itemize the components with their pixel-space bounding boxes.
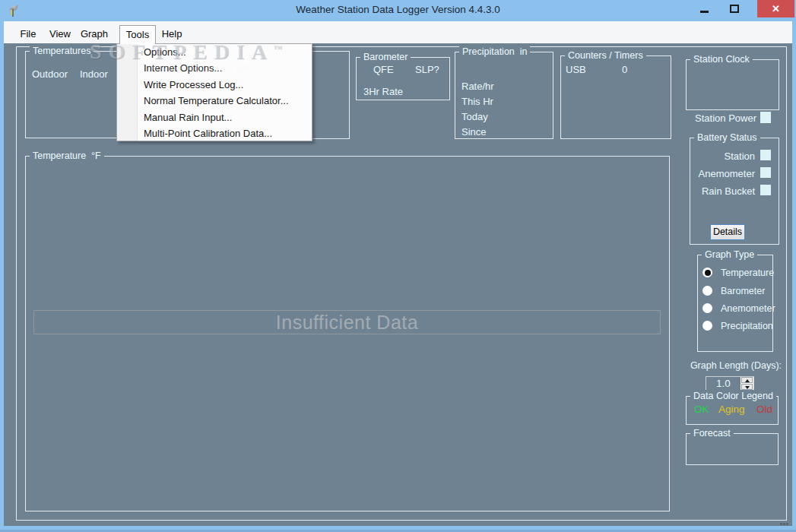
app-window: Weather Station Data Logger Version 4.4.… [0,0,796,532]
battery-rain-bucket-indicator [760,185,771,195]
battery-status-group: Battery Status Station Anemometer Rain B… [690,138,779,245]
arrow-down-icon [745,386,750,389]
precipitation-rate-label: Rate/hr [461,81,494,92]
graph-type-anemometer-label: Anemometer [721,303,775,314]
menu-help[interactable]: Help [156,25,188,43]
radio-icon[interactable] [702,303,712,313]
graph-length-value[interactable]: 1.0 [706,377,741,391]
menu-file[interactable]: File [12,25,44,43]
battery-anemometer-label: Anemometer [690,168,755,179]
barometer-group-title: Barometer [360,51,411,64]
data-color-legend-title: Data Color Legend [690,390,776,403]
temperatures-indoor-label: Indoor [80,68,108,80]
precipitation-since-label: Since [461,126,487,138]
barometer-slp-label: SLP? [415,64,439,75]
maximize-icon [730,5,739,13]
close-button[interactable]: ✕ [757,0,794,17]
menu-graph[interactable]: Graph [76,25,113,43]
precipitation-thishr-label: This Hr [461,96,493,107]
battery-status-group-title: Battery Status [694,131,760,144]
legend-ok-label: OK [694,404,709,415]
barometer-3hr-rate-label: 3Hr Rate [363,86,403,97]
barometer-group: Barometer QFE SLP? 3Hr Rate [356,57,450,100]
menu-item-multi-point-calibration-data[interactable]: Multi-Point Calibration Data... [117,125,312,141]
battery-rain-bucket-label: Rain Bucket [690,185,755,197]
menu-item-normal-temperature-calculator[interactable]: Normal Temperature Calculator... [117,93,312,109]
spinner-up-button[interactable] [741,377,753,383]
temperature-chart-group: Temperature °F Insufficient Data [25,156,670,511]
menu-item-manual-rain-input[interactable]: Manual Rain Input... [117,109,312,125]
close-icon: ✕ [772,3,780,14]
menu-view[interactable]: View [44,25,76,43]
forecast-group-title: Forecast [690,427,734,440]
graph-type-group: Graph Type Temperature Barometer Anemome… [697,255,773,352]
precipitation-today-label: Today [461,111,488,122]
graph-type-temperature-label: Temperature [721,268,774,278]
insufficient-data-banner: Insufficient Data [33,310,661,334]
resize-grip-icon[interactable] [783,523,785,525]
radio-icon[interactable] [702,286,712,296]
minimize-icon [700,11,709,13]
station-clock-group: Station Clock [686,59,779,110]
station-power-indicator [760,112,771,123]
graph-length-label: Graph Length (Days): [684,360,788,371]
spinner-buttons [741,377,753,391]
temperatures-outdoor-label: Outdoor [32,68,68,80]
forecast-group: Forecast [686,433,779,465]
battery-station-label: Station [690,150,755,162]
resize-grip-icon[interactable] [786,523,788,525]
arrow-up-icon [745,379,750,382]
data-color-legend-group: Data Color Legend OK Aging Old [686,396,779,425]
precipitation-group-title: Precipitation in [459,46,530,59]
tools-dropdown-menu: Options... Internet Options... Write Pro… [116,43,312,141]
station-clock-group-title: Station Clock [690,53,753,66]
graph-type-group-title: Graph Type [702,249,757,261]
counters-group-title: Counters / Timers [565,49,646,62]
menu-bar: File View Graph Tools Help [4,21,792,43]
menu-item-write-processed-log[interactable]: Write Processed Log... [117,77,312,93]
precipitation-group: Precipitation in Rate/hr This Hr Today S… [455,52,553,139]
resize-grip-icon[interactable] [780,523,782,525]
menu-tools[interactable]: Tools [119,25,156,44]
spinner-down-button[interactable] [741,384,753,390]
counters-group: Counters / Timers USB 0 [560,55,671,139]
temperature-chart-title: Temperature °F [30,150,104,163]
window-title: Weather Station Data Logger Version 4.4.… [0,4,796,15]
maximize-button[interactable] [721,0,748,17]
temperatures-group-title: Temperatures [30,45,94,58]
battery-anemometer-indicator [760,167,771,178]
counters-usb-value: 0 [622,64,627,75]
battery-details-button[interactable]: Details [710,224,745,240]
counters-usb-label: USB [566,64,586,75]
graph-type-precipitation-label: Precipitation [721,321,773,331]
legend-old-label: Old [756,404,772,415]
minimize-button[interactable] [690,0,718,17]
title-bar[interactable]: Weather Station Data Logger Version 4.4.… [0,0,796,21]
graph-type-barometer-label: Barometer [721,286,765,296]
menu-item-internet-options[interactable]: Internet Options... [117,60,312,76]
station-power-label: Station Power [669,112,756,124]
barometer-qfe-label: QFE [373,64,394,75]
graph-length-spinner[interactable]: 1.0 [706,376,754,391]
radio-icon[interactable] [702,321,712,331]
battery-station-indicator [760,150,771,160]
legend-aging-label: Aging [718,404,745,415]
menu-item-options[interactable]: Options... [117,44,312,60]
radio-selected-icon[interactable] [702,268,712,277]
